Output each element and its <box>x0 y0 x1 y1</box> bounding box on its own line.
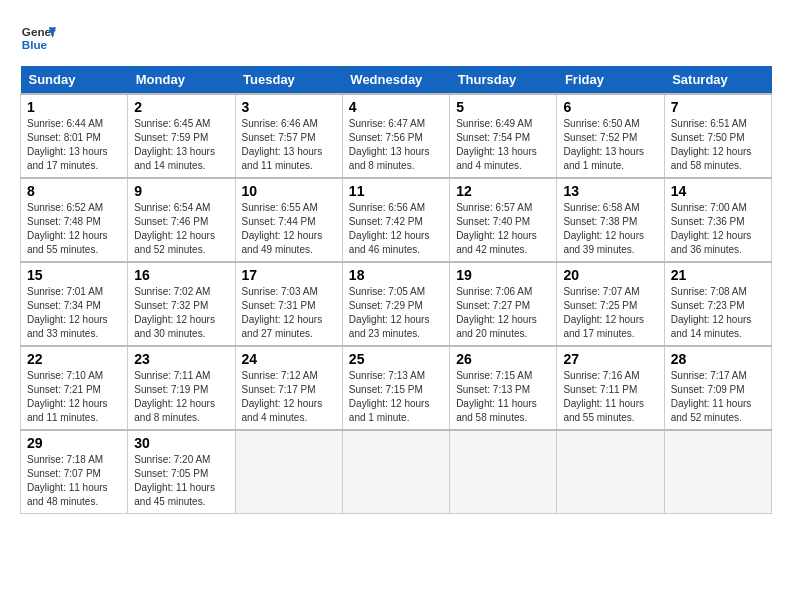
calendar-cell: 2Sunrise: 6:45 AMSunset: 7:59 PMDaylight… <box>128 94 235 178</box>
calendar-cell <box>557 430 664 514</box>
calendar-cell <box>235 430 342 514</box>
calendar-cell <box>342 430 449 514</box>
day-info: Sunrise: 6:57 AMSunset: 7:40 PMDaylight:… <box>456 201 550 257</box>
day-info: Sunrise: 6:51 AMSunset: 7:50 PMDaylight:… <box>671 117 765 173</box>
calendar-cell: 29Sunrise: 7:18 AMSunset: 7:07 PMDayligh… <box>21 430 128 514</box>
day-number: 15 <box>27 267 121 283</box>
calendar-cell: 9Sunrise: 6:54 AMSunset: 7:46 PMDaylight… <box>128 178 235 262</box>
day-info: Sunrise: 7:00 AMSunset: 7:36 PMDaylight:… <box>671 201 765 257</box>
col-header-wednesday: Wednesday <box>342 66 449 94</box>
day-info: Sunrise: 7:06 AMSunset: 7:27 PMDaylight:… <box>456 285 550 341</box>
calendar-cell: 1Sunrise: 6:44 AMSunset: 8:01 PMDaylight… <box>21 94 128 178</box>
day-info: Sunrise: 7:02 AMSunset: 7:32 PMDaylight:… <box>134 285 228 341</box>
calendar-cell: 10Sunrise: 6:55 AMSunset: 7:44 PMDayligh… <box>235 178 342 262</box>
day-info: Sunrise: 7:03 AMSunset: 7:31 PMDaylight:… <box>242 285 336 341</box>
calendar-cell: 30Sunrise: 7:20 AMSunset: 7:05 PMDayligh… <box>128 430 235 514</box>
calendar-cell: 3Sunrise: 6:46 AMSunset: 7:57 PMDaylight… <box>235 94 342 178</box>
day-info: Sunrise: 6:50 AMSunset: 7:52 PMDaylight:… <box>563 117 657 173</box>
day-number: 16 <box>134 267 228 283</box>
calendar-cell: 20Sunrise: 7:07 AMSunset: 7:25 PMDayligh… <box>557 262 664 346</box>
day-number: 25 <box>349 351 443 367</box>
day-info: Sunrise: 6:46 AMSunset: 7:57 PMDaylight:… <box>242 117 336 173</box>
day-number: 2 <box>134 99 228 115</box>
calendar-cell: 17Sunrise: 7:03 AMSunset: 7:31 PMDayligh… <box>235 262 342 346</box>
calendar-cell: 27Sunrise: 7:16 AMSunset: 7:11 PMDayligh… <box>557 346 664 430</box>
calendar-week-row: 29Sunrise: 7:18 AMSunset: 7:07 PMDayligh… <box>21 430 772 514</box>
day-info: Sunrise: 7:16 AMSunset: 7:11 PMDaylight:… <box>563 369 657 425</box>
day-info: Sunrise: 6:52 AMSunset: 7:48 PMDaylight:… <box>27 201 121 257</box>
day-info: Sunrise: 7:12 AMSunset: 7:17 PMDaylight:… <box>242 369 336 425</box>
calendar-week-row: 1Sunrise: 6:44 AMSunset: 8:01 PMDaylight… <box>21 94 772 178</box>
calendar-cell: 7Sunrise: 6:51 AMSunset: 7:50 PMDaylight… <box>664 94 771 178</box>
calendar-cell <box>450 430 557 514</box>
col-header-thursday: Thursday <box>450 66 557 94</box>
day-info: Sunrise: 6:47 AMSunset: 7:56 PMDaylight:… <box>349 117 443 173</box>
day-number: 19 <box>456 267 550 283</box>
day-number: 24 <box>242 351 336 367</box>
calendar-cell: 18Sunrise: 7:05 AMSunset: 7:29 PMDayligh… <box>342 262 449 346</box>
day-number: 9 <box>134 183 228 199</box>
day-info: Sunrise: 7:18 AMSunset: 7:07 PMDaylight:… <box>27 453 121 509</box>
day-info: Sunrise: 6:45 AMSunset: 7:59 PMDaylight:… <box>134 117 228 173</box>
calendar-header-row: SundayMondayTuesdayWednesdayThursdayFrid… <box>21 66 772 94</box>
day-number: 12 <box>456 183 550 199</box>
day-number: 3 <box>242 99 336 115</box>
day-number: 5 <box>456 99 550 115</box>
calendar-cell: 14Sunrise: 7:00 AMSunset: 7:36 PMDayligh… <box>664 178 771 262</box>
day-number: 11 <box>349 183 443 199</box>
day-info: Sunrise: 6:44 AMSunset: 8:01 PMDaylight:… <box>27 117 121 173</box>
day-info: Sunrise: 7:13 AMSunset: 7:15 PMDaylight:… <box>349 369 443 425</box>
day-number: 6 <box>563 99 657 115</box>
day-info: Sunrise: 6:56 AMSunset: 7:42 PMDaylight:… <box>349 201 443 257</box>
calendar-week-row: 15Sunrise: 7:01 AMSunset: 7:34 PMDayligh… <box>21 262 772 346</box>
col-header-sunday: Sunday <box>21 66 128 94</box>
calendar-cell: 24Sunrise: 7:12 AMSunset: 7:17 PMDayligh… <box>235 346 342 430</box>
calendar-cell: 13Sunrise: 6:58 AMSunset: 7:38 PMDayligh… <box>557 178 664 262</box>
day-number: 22 <box>27 351 121 367</box>
calendar-cell: 16Sunrise: 7:02 AMSunset: 7:32 PMDayligh… <box>128 262 235 346</box>
day-info: Sunrise: 7:01 AMSunset: 7:34 PMDaylight:… <box>27 285 121 341</box>
day-number: 23 <box>134 351 228 367</box>
calendar-cell: 22Sunrise: 7:10 AMSunset: 7:21 PMDayligh… <box>21 346 128 430</box>
day-number: 17 <box>242 267 336 283</box>
day-number: 27 <box>563 351 657 367</box>
logo: General Blue <box>20 20 56 56</box>
day-info: Sunrise: 6:55 AMSunset: 7:44 PMDaylight:… <box>242 201 336 257</box>
day-number: 26 <box>456 351 550 367</box>
day-number: 10 <box>242 183 336 199</box>
day-info: Sunrise: 7:07 AMSunset: 7:25 PMDaylight:… <box>563 285 657 341</box>
calendar-cell: 25Sunrise: 7:13 AMSunset: 7:15 PMDayligh… <box>342 346 449 430</box>
day-number: 29 <box>27 435 121 451</box>
calendar-cell: 23Sunrise: 7:11 AMSunset: 7:19 PMDayligh… <box>128 346 235 430</box>
day-info: Sunrise: 7:17 AMSunset: 7:09 PMDaylight:… <box>671 369 765 425</box>
day-number: 8 <box>27 183 121 199</box>
calendar-cell: 12Sunrise: 6:57 AMSunset: 7:40 PMDayligh… <box>450 178 557 262</box>
logo-icon: General Blue <box>20 20 56 56</box>
day-info: Sunrise: 6:49 AMSunset: 7:54 PMDaylight:… <box>456 117 550 173</box>
calendar-cell: 19Sunrise: 7:06 AMSunset: 7:27 PMDayligh… <box>450 262 557 346</box>
calendar-cell <box>664 430 771 514</box>
day-number: 20 <box>563 267 657 283</box>
col-header-saturday: Saturday <box>664 66 771 94</box>
calendar-cell: 26Sunrise: 7:15 AMSunset: 7:13 PMDayligh… <box>450 346 557 430</box>
calendar-cell: 21Sunrise: 7:08 AMSunset: 7:23 PMDayligh… <box>664 262 771 346</box>
day-number: 30 <box>134 435 228 451</box>
day-info: Sunrise: 7:08 AMSunset: 7:23 PMDaylight:… <box>671 285 765 341</box>
calendar-cell: 15Sunrise: 7:01 AMSunset: 7:34 PMDayligh… <box>21 262 128 346</box>
col-header-tuesday: Tuesday <box>235 66 342 94</box>
calendar-cell: 6Sunrise: 6:50 AMSunset: 7:52 PMDaylight… <box>557 94 664 178</box>
day-info: Sunrise: 6:58 AMSunset: 7:38 PMDaylight:… <box>563 201 657 257</box>
page-header: General Blue <box>20 20 772 56</box>
day-info: Sunrise: 7:20 AMSunset: 7:05 PMDaylight:… <box>134 453 228 509</box>
day-info: Sunrise: 7:15 AMSunset: 7:13 PMDaylight:… <box>456 369 550 425</box>
col-header-friday: Friday <box>557 66 664 94</box>
day-number: 28 <box>671 351 765 367</box>
day-info: Sunrise: 7:10 AMSunset: 7:21 PMDaylight:… <box>27 369 121 425</box>
calendar-table: SundayMondayTuesdayWednesdayThursdayFrid… <box>20 66 772 514</box>
day-info: Sunrise: 7:11 AMSunset: 7:19 PMDaylight:… <box>134 369 228 425</box>
day-number: 1 <box>27 99 121 115</box>
day-number: 14 <box>671 183 765 199</box>
day-number: 7 <box>671 99 765 115</box>
calendar-cell: 11Sunrise: 6:56 AMSunset: 7:42 PMDayligh… <box>342 178 449 262</box>
day-info: Sunrise: 6:54 AMSunset: 7:46 PMDaylight:… <box>134 201 228 257</box>
